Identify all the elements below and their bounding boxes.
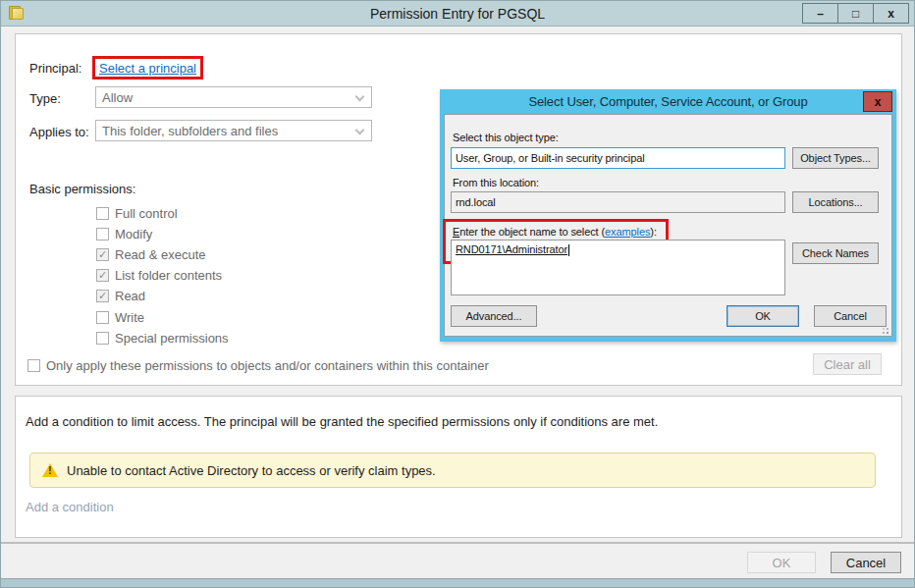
- applies-to-value: This folder, subfolders and files: [102, 124, 278, 138]
- ok-button[interactable]: OK: [747, 552, 816, 573]
- location-label: From this location:: [453, 177, 539, 188]
- permission-label: Special permissions: [115, 331, 229, 346]
- applies-to-label: Applies to:: [29, 125, 89, 139]
- check-names-button[interactable]: Check Names: [792, 242, 879, 264]
- permission-label: Modify: [115, 227, 152, 241]
- checkbox[interactable]: [96, 228, 109, 241]
- close-icon[interactable]: x: [873, 3, 909, 24]
- permission-label: Write: [115, 310, 144, 325]
- object-type-field[interactable]: User, Group, or Built-in security princi…: [451, 147, 785, 169]
- advanced-button[interactable]: Advanced...: [451, 305, 537, 327]
- checkbox[interactable]: [96, 269, 109, 282]
- window-title: Permission Entry for PGSQL: [1, 6, 914, 22]
- checkbox[interactable]: [96, 290, 109, 302]
- chevron-down-icon: [355, 92, 365, 102]
- select-dialog-cancel-button[interactable]: Cancel: [814, 305, 887, 327]
- window-titlebar[interactable]: Permission Entry for PGSQL – □ x: [1, 1, 914, 27]
- checkbox[interactable]: [96, 207, 109, 220]
- type-label: Type:: [29, 91, 61, 106]
- text-caret: [568, 244, 569, 256]
- object-type-label: Select this object type:: [453, 132, 559, 143]
- window-bottom-edge: [1, 578, 914, 587]
- only-apply-label: Only apply these permissions to objects …: [46, 358, 489, 373]
- permission-row-list-folder[interactable]: List folder contents: [96, 268, 222, 283]
- select-dialog-title: Select User, Computer, Service Account, …: [528, 94, 807, 109]
- warning-icon: [42, 463, 58, 477]
- warning-banner: Unable to contact Active Directory to ac…: [29, 453, 876, 488]
- only-apply-row[interactable]: Only apply these permissions to objects …: [27, 358, 489, 373]
- cancel-button[interactable]: Cancel: [831, 552, 901, 573]
- location-field[interactable]: rnd.local: [451, 191, 785, 213]
- object-type-value: User, Group, or Built-in security princi…: [456, 152, 645, 164]
- checkbox[interactable]: [96, 311, 109, 324]
- chevron-down-icon: [355, 126, 365, 135]
- checkbox[interactable]: [96, 332, 109, 345]
- checkbox[interactable]: [27, 359, 40, 372]
- permission-row-modify[interactable]: Modify: [96, 227, 152, 241]
- condition-description: Add a condition to limit access. The pri…: [26, 414, 658, 429]
- object-name-value: RND0171\Administrator: [456, 243, 567, 255]
- examples-link[interactable]: examples: [605, 226, 650, 238]
- permission-label: Read: [115, 289, 145, 303]
- select-dialog-titlebar[interactable]: Select User, Computer, Service Account, …: [440, 89, 896, 114]
- maximize-icon[interactable]: □: [837, 3, 874, 24]
- permission-row-read-execute[interactable]: Read & execute: [96, 247, 206, 262]
- warning-text: Unable to contact Active Directory to ac…: [67, 463, 436, 478]
- select-dialog-body: Select this object type: User, Group, or…: [444, 114, 892, 337]
- highlight-red-box-principal: Select a principal: [92, 56, 203, 80]
- close-icon[interactable]: x: [863, 91, 892, 112]
- permission-entry-window: Permission Entry for PGSQL – □ x Princip…: [0, 0, 915, 588]
- checkbox[interactable]: [96, 248, 109, 261]
- object-types-button[interactable]: Object Types...: [792, 147, 879, 169]
- location-value: rnd.local: [456, 196, 496, 208]
- add-condition-link[interactable]: Add a condition: [26, 500, 114, 514]
- window-controls: – □ x: [803, 3, 909, 24]
- type-dropdown[interactable]: Allow: [95, 86, 372, 108]
- enter-object-name-label: Enter the object name to select (example…: [453, 226, 657, 238]
- clear-all-button[interactable]: Clear all: [813, 353, 882, 375]
- basic-permissions-label: Basic permissions:: [29, 182, 135, 196]
- select-user-dialog: Select User, Computer, Service Account, …: [440, 89, 896, 342]
- permission-row-special[interactable]: Special permissions: [96, 331, 229, 346]
- minimize-icon[interactable]: –: [802, 3, 838, 24]
- permission-row-full-control[interactable]: Full control: [96, 206, 178, 221]
- select-principal-link[interactable]: Select a principal: [99, 61, 196, 76]
- principal-label: Principal:: [29, 61, 81, 76]
- applies-to-dropdown[interactable]: This folder, subfolders and files: [95, 120, 372, 141]
- permission-row-read[interactable]: Read: [96, 289, 145, 303]
- permission-label: Full control: [115, 206, 178, 221]
- condition-groupbox: Add a condition to limit access. The pri…: [15, 396, 902, 538]
- select-dialog-ok-button[interactable]: OK: [727, 305, 799, 327]
- locations-button[interactable]: Locations...: [792, 191, 879, 213]
- footer-separator: [1, 542, 914, 544]
- permission-label: List folder contents: [115, 268, 222, 283]
- type-value: Allow: [102, 90, 133, 105]
- object-name-input[interactable]: RND0171\Administrator: [451, 240, 785, 295]
- permission-row-write[interactable]: Write: [96, 310, 144, 325]
- resize-grip[interactable]: [880, 325, 889, 335]
- permission-label: Read & execute: [115, 247, 206, 262]
